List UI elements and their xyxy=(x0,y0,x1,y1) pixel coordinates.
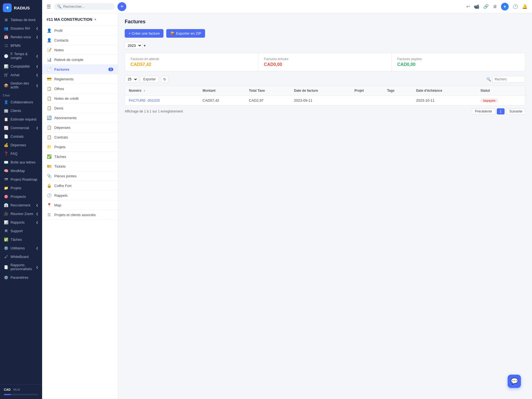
sidebar-item-collaborateurs[interactable]: 👤 Collaborateurs xyxy=(1,98,41,106)
sec-menu-notes[interactable]: 📝 Notes xyxy=(42,45,118,55)
sec-menu-depenses[interactable]: 📋 Dépenses xyxy=(42,123,118,132)
search-input[interactable] xyxy=(63,4,108,9)
sidebar-item-mindmap[interactable]: 🧠 MindMap xyxy=(1,167,41,175)
contrats-icon: 📄 xyxy=(4,134,8,139)
sidebar-item-faq[interactable]: ❓ FAQ xyxy=(1,150,41,158)
sidebar-item-commercial[interactable]: 📈 Commercial ❮ xyxy=(1,124,41,132)
sidebar-item-dossiers-rh[interactable]: 👥 Dossiers RH ❮ xyxy=(1,24,41,32)
sec-menu-profil[interactable]: 👤 Profil xyxy=(42,26,118,35)
chevron-icon: ❮ xyxy=(36,27,38,30)
sidebar-item-reunion-zoom[interactable]: 🎥 Réunion Zoom ❮ xyxy=(1,210,41,218)
search-box: 🔍 xyxy=(54,3,115,10)
sidebar-item-comptabilite[interactable]: 📊 Comptabilité ❮ xyxy=(1,62,41,70)
sec-menu-taches[interactable]: ✅ Tâches xyxy=(42,152,118,162)
globe-icon[interactable]: ✦ xyxy=(501,3,509,11)
sec-menu-offres[interactable]: 📋 Offres xyxy=(42,84,118,94)
progress-container xyxy=(1,393,41,397)
col-projet[interactable]: Projet xyxy=(351,86,383,96)
sec-menu-abonnements[interactable]: 🔄 Abonnements xyxy=(42,113,118,123)
sidebar-item-projets[interactable]: 📁 Projets xyxy=(1,184,41,192)
sidebar-item-bpmn[interactable]: ⬡ BPMN xyxy=(1,42,41,50)
sec-menu-rappels[interactable]: 🕐 Rappels xyxy=(42,191,118,200)
current-page-button[interactable]: 1 xyxy=(497,108,505,114)
sec-menu-projets[interactable]: 📁 Projets xyxy=(42,142,118,152)
col-date-facture[interactable]: Date de facture xyxy=(290,86,351,96)
hamburger-button[interactable]: ☰ xyxy=(47,4,51,10)
screen-icon[interactable]: 🖥 xyxy=(493,4,497,9)
per-page-select[interactable]: 25 xyxy=(125,76,138,83)
sidebar-item-prospects[interactable]: 🎯 Prospects xyxy=(1,193,41,201)
table-row: FACTURE -001025 CAD57,42 CAD2,97 2023-09… xyxy=(125,96,525,106)
sidebar-item-whiteboard[interactable]: 🖊 WhiteBoard xyxy=(1,253,41,261)
col-statut[interactable]: Statut xyxy=(477,86,525,96)
col-numero[interactable]: Numéro ▼ xyxy=(125,86,199,96)
cad-currency[interactable]: CAD xyxy=(4,388,11,391)
export-button[interactable]: Exporter xyxy=(140,76,159,83)
taches-icon: ✅ xyxy=(4,237,8,242)
sec-menu-contacts[interactable]: 👤 Contacts xyxy=(42,35,118,45)
sidebar-item-project-roadmap[interactable]: 🗺 Project Roadmap xyxy=(1,175,41,183)
sidebar-item-achat[interactable]: 🛒 Achat ❮ xyxy=(1,71,41,79)
prev-page-button[interactable]: Précédente xyxy=(472,108,495,114)
sidebar-item-support[interactable]: 🛠 Support xyxy=(1,227,41,235)
sidebar-item-estimate[interactable]: 📋 Estimate request xyxy=(1,115,41,123)
sec-menu-factures[interactable]: 📄 Factures 1 xyxy=(42,65,118,74)
pagination-row: Affichage de 1 à 1 sur 1 enregistrement … xyxy=(125,108,525,114)
sidebar-item-rapports-personnalises[interactable]: 📑 Rapports personnalisés ❮ xyxy=(1,261,41,273)
sec-menu-releve[interactable]: 📊 Relevé de compte xyxy=(42,55,118,65)
col-tags[interactable]: Tags xyxy=(383,86,412,96)
progress-bar-fill xyxy=(4,394,11,395)
mlm-currency[interactable]: MLM xyxy=(13,388,20,391)
sec-menu-devis[interactable]: 📋 Devis xyxy=(42,103,118,113)
sidebar-item-contrats[interactable]: 📄 Contrats xyxy=(1,132,41,140)
sec-menu-tickets[interactable]: 🎫 Tickets xyxy=(42,162,118,171)
sec-menu-projets-clients[interactable]: ☰ Projets et clients associés xyxy=(42,210,118,220)
share-icon[interactable]: 🔗 xyxy=(483,4,489,9)
col-montant[interactable]: Montant xyxy=(199,86,245,96)
next-page-button[interactable]: Suivante xyxy=(506,108,525,114)
sec-menu-reglements[interactable]: 💳 Règlements xyxy=(42,74,118,84)
history-icon[interactable]: 🕐 xyxy=(513,4,518,9)
recrutement-icon: 👔 xyxy=(4,203,8,207)
add-button[interactable]: + xyxy=(117,2,126,11)
year-select[interactable]: 2023 xyxy=(125,42,142,49)
invoice-link[interactable]: FACTURE -001025 xyxy=(129,98,160,103)
sidebar-item-rendez-vous[interactable]: 📅 Rendez-vous ❮ xyxy=(1,33,41,41)
sidebar-item-taches[interactable]: ✅ Tâches xyxy=(1,236,41,244)
undo-icon[interactable]: ↩ xyxy=(466,4,470,9)
sidebar-item-recrutement[interactable]: 👔 Recrutement ❮ xyxy=(1,201,41,209)
col-date-echeance[interactable]: Date d'échéance xyxy=(412,86,477,96)
depenses-icon: 💰 xyxy=(4,143,8,147)
rapports-perso-icon: 📑 xyxy=(4,265,8,269)
rapports-icon: 📊 xyxy=(4,220,8,224)
sec-menu-pieces-jointes[interactable]: 📎 Pièces jointes xyxy=(42,171,118,181)
sidebar-item-temps-conges[interactable]: 🕐 F. Temps & congés ❮ xyxy=(1,50,41,62)
video-icon[interactable]: 📹 xyxy=(474,4,479,9)
sidebar-item-parametres[interactable]: ⚙️ Paramètres xyxy=(1,273,41,282)
projets-icon: 📁 xyxy=(4,186,8,190)
export-zip-button[interactable]: 📦 Exporter en ZIP xyxy=(166,29,205,38)
chat-fab[interactable]: 💬 xyxy=(508,375,521,388)
pagination-info: Affichage de 1 à 1 sur 1 enregistrement xyxy=(125,109,183,113)
sec-menu-contrats[interactable]: 📋 Contrats xyxy=(42,132,118,142)
sidebar-item-tableau-de-bord[interactable]: ⊞ Tableau de bord xyxy=(1,16,41,24)
refresh-button[interactable]: ↻ xyxy=(161,76,168,83)
table-controls: 25 Exporter ↻ 🔍 xyxy=(125,76,525,83)
chevron-icon: ❮ xyxy=(36,35,38,39)
table-search-input[interactable] xyxy=(492,76,525,83)
sidebar-item-gestion-actifs[interactable]: 📦 Gestion des actifs ❮ xyxy=(1,80,41,91)
sidebar-item-clients[interactable]: 🏢 Clients xyxy=(1,107,41,115)
sidebar-item-utilitaires[interactable]: ⚙️ Utilitaires ❮ xyxy=(1,244,41,252)
utilitaires-icon: ⚙️ xyxy=(4,246,8,250)
notification-icon[interactable]: 🔔 xyxy=(522,4,528,9)
calendar-icon: 📅 xyxy=(4,35,8,39)
sidebar-item-rapports[interactable]: 📊 Rapports ❮ xyxy=(1,218,41,226)
col-total-taxe[interactable]: Total Taxe xyxy=(245,86,290,96)
chevron-down-icon[interactable]: ▾ xyxy=(94,18,96,21)
sidebar-item-depenses[interactable]: 💰 Dépenses xyxy=(1,141,41,149)
sec-menu-coffre[interactable]: 🔒 Coffre Fort xyxy=(42,181,118,191)
sidebar-item-boite[interactable]: ✉️ Boîte aux lettres xyxy=(1,158,41,166)
sec-menu-notes-credit[interactable]: 📋 Notes de crédit xyxy=(42,94,118,103)
create-invoice-button[interactable]: + Créer une facture xyxy=(125,29,163,38)
sec-menu-map[interactable]: 📍 Map xyxy=(42,200,118,210)
